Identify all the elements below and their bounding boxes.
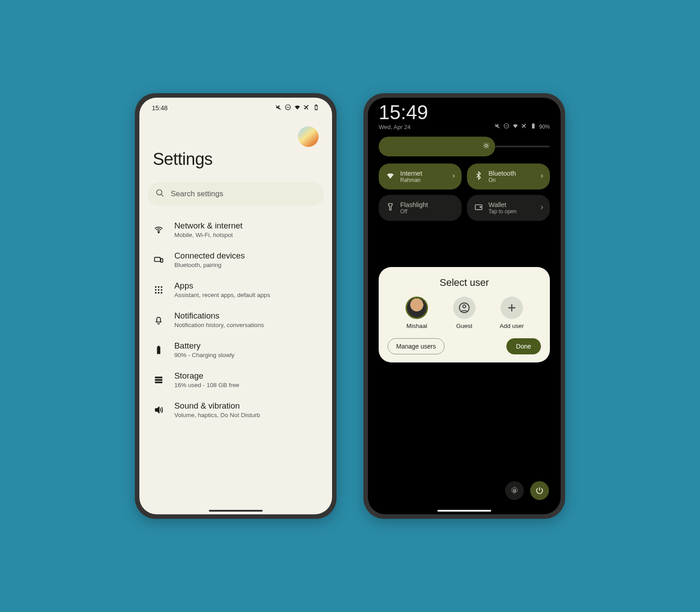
guest-icon xyxy=(453,297,475,319)
plus-icon xyxy=(501,297,523,319)
tile-wallet[interactable]: WalletTap to open xyxy=(467,195,550,221)
search-icon xyxy=(156,189,164,199)
manage-users-button[interactable]: Manage users xyxy=(388,338,445,354)
item-sub: 16% used - 108 GB free xyxy=(174,382,239,388)
item-notifications[interactable]: NotificationsNotification history, conve… xyxy=(146,305,326,335)
svg-rect-3 xyxy=(155,257,160,261)
apps-icon xyxy=(153,284,164,296)
item-title: Apps xyxy=(174,281,270,291)
qs-footer xyxy=(505,481,549,500)
user-add[interactable]: Add user xyxy=(495,297,529,329)
svg-rect-15 xyxy=(155,379,163,381)
item-title: Notifications xyxy=(174,311,264,321)
date-text: Wed, Apr 24 xyxy=(379,124,428,130)
svg-point-20 xyxy=(480,207,481,208)
svg-rect-4 xyxy=(161,259,163,262)
phone-left: 15:48 Settings Search settings Network &… xyxy=(135,93,337,519)
tile-internet[interactable]: InternetRahman xyxy=(379,164,462,190)
settings-list: Network & internetMobile, Wi-Fi, hotspot… xyxy=(139,215,332,425)
tile-flashlight[interactable]: FlashlightOff xyxy=(379,195,462,221)
brightness-icon xyxy=(483,142,490,151)
item-sound[interactable]: Sound & vibrationVolume, haptics, Do Not… xyxy=(146,395,326,425)
item-title: Storage xyxy=(174,371,239,381)
tile-title: Wallet xyxy=(488,201,517,208)
svg-point-2 xyxy=(158,232,160,233)
modal-title: Select user xyxy=(388,277,541,289)
search-bar[interactable]: Search settings xyxy=(147,182,324,206)
bell-icon xyxy=(153,314,164,326)
phone-right: 15:49 Wed, Apr 24 90% xyxy=(363,93,565,519)
svg-point-18 xyxy=(485,144,487,147)
devices-icon xyxy=(153,254,164,266)
svg-point-12 xyxy=(158,292,160,293)
tile-sub: On xyxy=(488,177,516,183)
item-sub: Notification history, conversations xyxy=(174,322,264,328)
svg-point-22 xyxy=(463,305,466,308)
svg-point-6 xyxy=(158,286,160,288)
item-title: Sound & vibration xyxy=(174,401,260,411)
done-button[interactable]: Done xyxy=(506,338,541,354)
nav-bar[interactable] xyxy=(209,510,263,512)
status-icons: 90% xyxy=(494,123,550,130)
wallet-icon xyxy=(474,203,483,213)
chevron-right-icon xyxy=(451,172,456,181)
screen-quick-settings: 15:49 Wed, Apr 24 90% xyxy=(368,98,561,514)
svg-point-9 xyxy=(158,289,160,291)
profile-row xyxy=(139,115,332,150)
svg-point-10 xyxy=(161,289,163,291)
screen-settings: 15:48 Settings Search settings Network &… xyxy=(139,98,332,514)
mute-icon xyxy=(275,104,282,112)
user-name: Guest xyxy=(456,323,472,329)
svg-rect-14 xyxy=(155,376,163,378)
tile-sub: Tap to open xyxy=(488,208,517,215)
page-title: Settings xyxy=(139,150,332,179)
user-name: Mishaal xyxy=(406,323,428,329)
bluetooth-icon xyxy=(474,171,483,182)
user-guest[interactable]: Guest xyxy=(447,297,481,329)
airplane-icon xyxy=(521,123,527,130)
wifi-icon xyxy=(512,123,519,130)
battery-pct: 90% xyxy=(539,124,550,130)
sound-icon xyxy=(153,404,164,416)
storage-icon xyxy=(153,374,164,386)
tile-bluetooth[interactable]: BluetoothOn xyxy=(467,164,550,190)
dnd-icon xyxy=(285,104,291,112)
tile-sub: Rahman xyxy=(400,177,422,183)
item-battery[interactable]: Battery90% - Charging slowly xyxy=(146,335,326,365)
nav-bar[interactable] xyxy=(437,510,491,512)
tile-title: Bluetooth xyxy=(488,170,516,177)
profile-avatar[interactable] xyxy=(298,126,319,147)
svg-point-5 xyxy=(155,286,157,288)
tile-title: Flashlight xyxy=(400,201,428,208)
item-sub: Mobile, Wi-Fi, hotspot xyxy=(174,232,242,238)
svg-rect-16 xyxy=(155,381,163,383)
status-icons xyxy=(275,104,320,112)
select-user-modal: Select user Mishaal Guest Add user Manag… xyxy=(379,267,550,362)
qs-tiles: InternetRahman BluetoothOn FlashlightOff… xyxy=(379,164,550,221)
item-apps[interactable]: AppsAssistant, recent apps, default apps xyxy=(146,275,326,305)
item-title: Network & internet xyxy=(174,221,242,231)
user-mishaal[interactable]: Mishaal xyxy=(400,297,434,329)
avatar xyxy=(406,297,428,319)
svg-point-1 xyxy=(157,190,162,195)
clock-text: 15:49 xyxy=(379,101,428,124)
tile-title: Internet xyxy=(400,170,422,177)
tile-sub: Off xyxy=(400,208,428,215)
brightness-slider[interactable] xyxy=(379,137,550,156)
item-storage[interactable]: Storage16% used - 108 GB free xyxy=(146,365,326,395)
item-connected-devices[interactable]: Connected devicesBluetooth, pairing xyxy=(146,245,326,275)
status-bar: 15:48 xyxy=(139,98,332,115)
item-network[interactable]: Network & internetMobile, Wi-Fi, hotspot xyxy=(146,215,326,245)
mute-icon xyxy=(494,123,501,130)
item-title: Connected devices xyxy=(174,251,245,261)
settings-button[interactable] xyxy=(505,481,524,500)
qs-header: 15:49 Wed, Apr 24 90% xyxy=(379,101,550,130)
power-button[interactable] xyxy=(530,481,549,500)
user-name: Add user xyxy=(500,323,524,329)
user-list: Mishaal Guest Add user xyxy=(388,297,541,329)
item-sub: Assistant, recent apps, default apps xyxy=(174,292,270,298)
clock-text: 15:48 xyxy=(152,104,168,112)
search-placeholder: Search settings xyxy=(171,190,223,198)
wifi-icon xyxy=(386,171,395,182)
wifi-icon xyxy=(294,104,301,112)
